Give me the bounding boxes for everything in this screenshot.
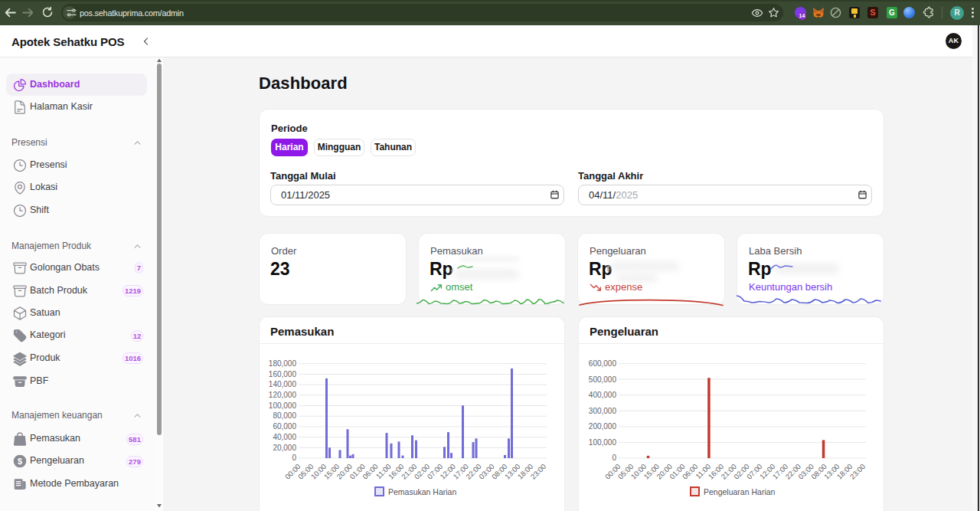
- svg-text:600,000: 600,000: [589, 359, 617, 368]
- svg-text:80,000: 80,000: [273, 411, 296, 420]
- svg-text:Pemasukan Harian: Pemasukan Harian: [388, 487, 456, 496]
- svg-text:200,000: 200,000: [589, 422, 617, 431]
- svg-text:40,000: 40,000: [273, 433, 296, 441]
- svg-text:400,000: 400,000: [589, 391, 617, 399]
- svg-text:500,000: 500,000: [589, 375, 617, 384]
- svg-text:100,000: 100,000: [269, 401, 297, 410]
- svg-text:60,000: 60,000: [273, 422, 296, 431]
- svg-text:$: $: [18, 457, 22, 466]
- svg-text:0: 0: [612, 454, 616, 462]
- svg-text:100,000: 100,000: [589, 438, 617, 447]
- svg-text:23:00: 23:00: [529, 462, 548, 481]
- svg-text:160,000: 160,000: [269, 370, 297, 378]
- svg-text:20,000: 20,000: [273, 444, 296, 452]
- svg-text:140,000: 140,000: [269, 380, 297, 388]
- svg-text:180,000: 180,000: [269, 359, 297, 368]
- svg-text:0: 0: [292, 454, 296, 462]
- svg-text:Pengeluaran Harian: Pengeluaran Harian: [704, 487, 776, 496]
- svg-text:300,000: 300,000: [589, 407, 617, 415]
- svg-text:120,000: 120,000: [269, 391, 297, 399]
